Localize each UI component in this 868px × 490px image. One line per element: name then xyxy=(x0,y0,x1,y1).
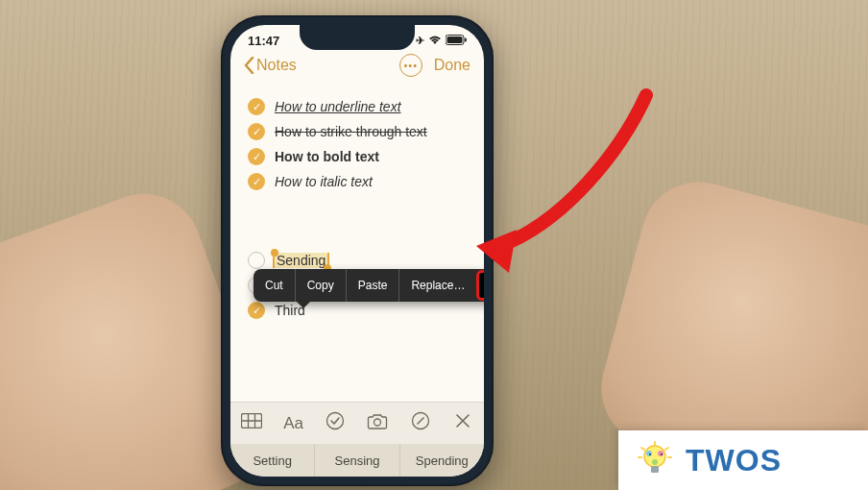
wifi-icon xyxy=(428,36,442,47)
more-button[interactable]: ••• xyxy=(399,54,422,77)
checkbox-checked-icon[interactable]: ✓ xyxy=(248,173,265,190)
item-text: Sending xyxy=(277,253,326,268)
menu-copy[interactable]: Copy xyxy=(296,269,347,302)
battery-icon xyxy=(446,35,467,47)
table-icon[interactable] xyxy=(241,413,262,433)
checkbox-checked-icon[interactable]: ✓ xyxy=(248,123,265,140)
item-text: How to underline text xyxy=(275,99,401,114)
status-indicators: ✈︎ xyxy=(416,35,467,47)
svg-point-21 xyxy=(661,453,663,455)
suggestion[interactable]: Spending xyxy=(400,444,484,477)
suggestion[interactable]: Setting xyxy=(230,444,315,477)
back-label: Notes xyxy=(256,57,297,74)
item-text: How to strike through text xyxy=(275,124,427,139)
menu-paste[interactable]: Paste xyxy=(347,269,400,302)
close-keyboard-icon[interactable] xyxy=(452,413,473,433)
airplane-icon: ✈︎ xyxy=(416,35,424,47)
checkbox-checked-icon[interactable]: ✓ xyxy=(248,148,265,165)
brand-name: TWOS xyxy=(686,443,782,478)
quicktype-bar: Setting Sensing Spending xyxy=(230,444,484,477)
menu-cut[interactable]: Cut xyxy=(253,269,296,302)
selected-text[interactable]: Sending xyxy=(275,253,327,268)
lightbulb-icon xyxy=(636,441,674,479)
svg-rect-11 xyxy=(651,466,659,473)
checklist-icon[interactable] xyxy=(325,411,346,435)
svg-line-14 xyxy=(665,448,668,450)
item-text: How to italic text xyxy=(275,174,373,189)
checkbox-empty-icon[interactable] xyxy=(248,252,265,269)
notch xyxy=(300,25,415,50)
brand-badge: TWOS xyxy=(618,430,868,490)
svg-rect-2 xyxy=(465,38,467,42)
suggestion[interactable]: Sensing xyxy=(315,444,399,477)
svg-point-8 xyxy=(374,419,381,426)
svg-point-18 xyxy=(658,451,663,456)
phone-screen: 11:47 ✈︎ Notes ••• Done xyxy=(230,25,484,477)
status-time: 11:47 xyxy=(248,34,279,48)
svg-point-19 xyxy=(652,459,658,465)
item-text: How to bold text xyxy=(275,149,379,164)
keyboard-toolbar: Aa xyxy=(230,402,484,444)
checklist-item[interactable]: ✓ How to bold text xyxy=(248,144,467,169)
menu-caret-icon xyxy=(296,301,311,308)
chevron-left-icon xyxy=(244,57,254,74)
markup-icon[interactable] xyxy=(410,411,431,435)
annotation-arrow-icon xyxy=(459,81,670,292)
checklist-item[interactable]: ✓ How to underline text xyxy=(248,94,467,119)
svg-point-7 xyxy=(327,413,344,429)
done-button[interactable]: Done xyxy=(434,57,470,74)
camera-icon[interactable] xyxy=(367,413,388,434)
svg-line-13 xyxy=(641,448,644,450)
text-format-button[interactable]: Aa xyxy=(283,414,303,433)
checkbox-checked-icon[interactable]: ✓ xyxy=(248,98,265,115)
back-button[interactable]: Notes xyxy=(244,57,297,74)
nav-bar: Notes ••• Done xyxy=(230,48,484,86)
checkbox-checked-icon[interactable]: ✓ xyxy=(248,302,265,319)
edit-context-menu: Cut Copy Paste Replace… xyxy=(253,269,484,302)
phone-frame: 11:47 ✈︎ Notes ••• Done xyxy=(221,15,494,486)
svg-point-17 xyxy=(646,451,652,456)
checklist-item[interactable]: ✓ How to strike through text xyxy=(248,119,467,144)
svg-rect-1 xyxy=(447,37,463,43)
svg-point-20 xyxy=(649,453,651,455)
checklist-item[interactable]: ✓ How to italic text xyxy=(248,169,467,194)
ellipsis-icon: ••• xyxy=(403,60,418,71)
